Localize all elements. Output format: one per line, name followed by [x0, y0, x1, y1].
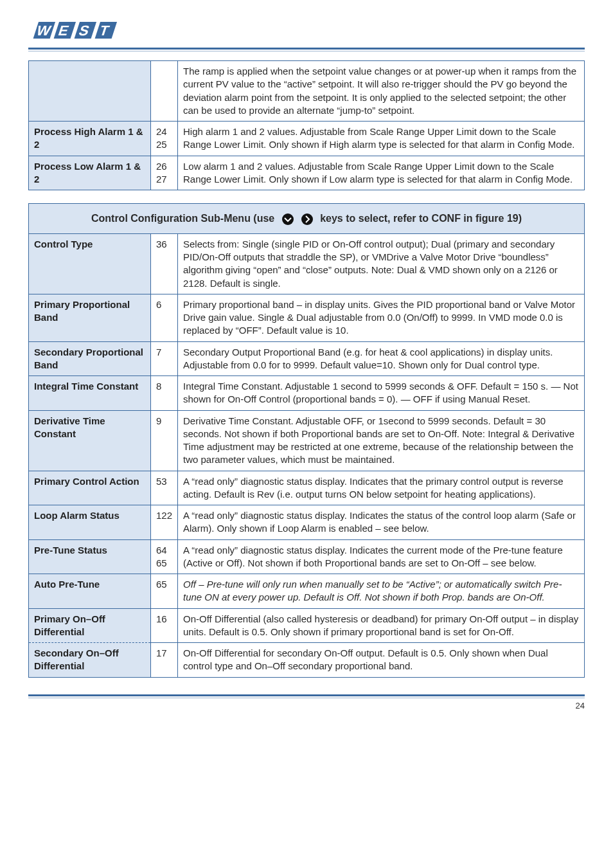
submenu-title-row: Control Configuration Sub-Menu (use keys…	[29, 204, 585, 234]
cell: 65	[156, 579, 167, 590]
cell: Primary On–Off Differential	[34, 613, 105, 637]
table-row: The ramp is applied when the setpoint va…	[29, 61, 585, 122]
cell: 8	[156, 381, 161, 392]
cell: Pre-Tune Status	[34, 545, 107, 556]
cell: Derivative Time Constant. Adjustable OFF…	[183, 415, 574, 466]
cell: A “read only” diagnostic status display.…	[183, 545, 563, 568]
table-row: Control Type 36 Selects from: Single (si…	[29, 233, 585, 294]
cell: 17	[156, 647, 167, 658]
cell: A “read only” diagnostic status display.…	[183, 476, 564, 500]
cell: Selects from: Single (single PID or On-O…	[183, 239, 558, 289]
table-upper: The ramp is applied when the setpoint va…	[28, 60, 585, 190]
cell: Off – Pre-tune will only run when manual…	[183, 579, 562, 602]
cell: 64 65	[156, 545, 167, 568]
table-row: Pre-Tune Status 64 65 A “read only” diag…	[29, 539, 585, 574]
cell: 26 27	[156, 161, 167, 185]
cell: On-Off Differential for secondary On-Off…	[183, 647, 548, 671]
cell: 6	[156, 299, 161, 310]
submenu-title: Control Configuration Sub-Menu (use keys…	[29, 204, 585, 234]
cell: Auto Pre-Tune	[34, 579, 100, 590]
cell: Control Type	[34, 239, 93, 249]
table-row: Process High Alarm 1 & 2 24 25 High alar…	[29, 122, 585, 156]
submenu-title-after: keys to select, refer to CONF in figure …	[320, 213, 522, 224]
table-row: Primary On–Off Differential 16 On-Off Di…	[29, 608, 585, 643]
cell: Secondary Output Proportional Band (e.g.…	[183, 347, 553, 370]
table-row: Derivative Time Constant 9 Derivative Ti…	[29, 410, 585, 471]
table-row: Primary Control Action 53 A “read only” …	[29, 471, 585, 505]
cell: Loop Alarm Status	[34, 510, 120, 521]
cell: Integral Time Constant	[34, 381, 138, 392]
cell: 16	[156, 613, 167, 624]
table-config: Control Configuration Sub-Menu (use keys…	[28, 203, 585, 678]
submenu-title-before: Control Configuration Sub-Menu (use	[91, 213, 274, 224]
table-row: Process Low Alarm 1 & 2 26 27 Low alarm …	[29, 156, 585, 190]
cell: 36	[156, 239, 167, 249]
cell: 24 25	[156, 126, 167, 150]
table-row: Secondary Proportional Band 7 Secondary …	[29, 341, 585, 376]
svg-point-8	[282, 213, 294, 225]
footer-rule-thin	[28, 698, 585, 698]
table-row: Primary Proportional Band 6 Primary prop…	[29, 294, 585, 341]
cell: Low alarm 1 and 2 values. Adjustable fro…	[183, 161, 573, 185]
cell: Secondary Proportional Band	[34, 347, 143, 370]
cell: 53	[156, 476, 167, 487]
cell: On-Off Differential (also called hystere…	[183, 613, 578, 637]
cell: Secondary On–Off Differential	[34, 647, 119, 671]
cell: High alarm 1 and 2 values. Adjustable fr…	[183, 126, 574, 150]
cell: Integral Time Constant. Adjustable 1 sec…	[183, 381, 578, 404]
footer-rule-thick	[28, 694, 585, 696]
cell: Primary Control Action	[34, 476, 139, 487]
table-row: Integral Time Constant 8 Integral Time C…	[29, 376, 585, 411]
brand-logo: W E S T	[28, 18, 585, 42]
cell: Primary Proportional Band	[34, 299, 130, 323]
table-row: Secondary On–Off Differential 17 On-Off …	[29, 643, 585, 678]
cell: 122	[156, 510, 172, 521]
page-number: 24	[28, 701, 585, 710]
cell: The ramp is applied when the setpoint va…	[183, 66, 576, 116]
cell: A “read only” diagnostic status display.…	[183, 510, 576, 534]
cell: Primary proportional band – in display u…	[183, 299, 575, 336]
table-row: Auto Pre-Tune 65 Off – Pre-tune will onl…	[29, 574, 585, 609]
svg-point-9	[301, 213, 313, 225]
cell: Process High Alarm 1 & 2	[34, 126, 143, 150]
cell: 9	[156, 415, 161, 426]
cell: Derivative Time Constant	[34, 415, 105, 439]
table-row: Loop Alarm Status 122 A “read only” diag…	[29, 505, 585, 540]
down-button-icon	[281, 213, 294, 226]
header-rule-thin	[28, 51, 585, 51]
cell: 7	[156, 347, 161, 357]
right-button-icon	[301, 213, 314, 226]
header-rule-thick	[28, 48, 585, 50]
cell: Process Low Alarm 1 & 2	[34, 161, 141, 185]
